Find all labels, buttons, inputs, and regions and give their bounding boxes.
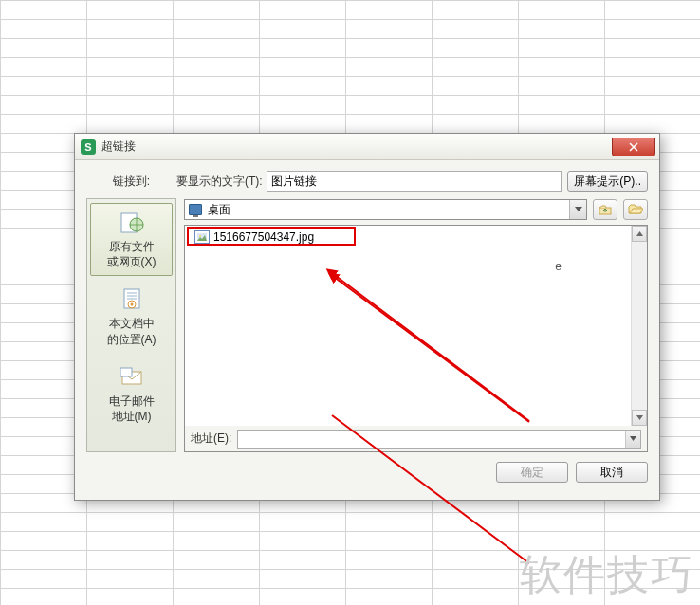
display-text-label: 要显示的文字(T): [176,174,263,190]
svg-point-9 [199,235,201,237]
close-icon [629,142,638,152]
watermark-text: 软件技巧 [520,547,694,603]
link-to-label: 链接到: [86,174,176,190]
desktop-icon [189,204,202,215]
chevron-up-icon [636,231,643,236]
scroll-up-button[interactable] [632,226,647,242]
app-icon: S [81,139,96,155]
svg-rect-6 [120,368,132,376]
scroll-down-button[interactable] [632,410,647,426]
look-in-dropdown[interactable]: 桌面 [184,199,587,220]
stray-text: e [555,260,562,273]
globe-page-icon [117,210,147,236]
envelope-icon [117,364,147,391]
folder-open-icon [628,204,643,215]
middle-area: 原有文件 或网页(X) 本文档中 的位置(A) 电子邮件 地址(M) [86,198,648,452]
linkto-place-in-doc-label: 本文档中 的位置(A) [107,317,157,345]
dialog-buttons: 确定 取消 [86,462,648,483]
titlebar[interactable]: S 超链接 [75,134,659,160]
top-row: 链接到: 要显示的文字(T): 屏幕提示(P).. [86,170,648,192]
document-target-icon [117,286,147,313]
linkto-existing-file-label: 原有文件 或网页(X) [107,240,157,268]
location-row: 桌面 [184,198,648,221]
hyperlink-dialog: S 超链接 链接到: 要显示的文字(T): 屏幕提示(P).. 原有文件 或网页… [74,133,660,501]
dialog-title: 超链接 [101,138,136,155]
dialog-body: 链接到: 要显示的文字(T): 屏幕提示(P).. 原有文件 或网页(X) 本 [75,160,659,500]
up-one-level-button[interactable] [593,199,617,220]
screen-tip-button[interactable]: 屏幕提示(P).. [567,171,648,192]
svg-point-4 [130,303,133,306]
chevron-down-icon [575,207,582,212]
file-list-pane[interactable]: 1516677504347.jpg e [184,225,648,426]
link-to-panel: 原有文件 或网页(X) 本文档中 的位置(A) 电子邮件 地址(M) [86,198,176,452]
linkto-place-in-doc[interactable]: 本文档中 的位置(A) [90,280,173,353]
look-in-value: 桌面 [208,202,230,218]
linkto-email[interactable]: 电子邮件 地址(M) [90,358,173,431]
chevron-down-icon [636,415,643,420]
file-item[interactable]: 1516677504347.jpg [191,229,318,245]
address-row: 地址(E): [184,426,648,452]
close-button[interactable] [612,138,655,156]
dropdown-chevron[interactable] [569,200,586,219]
folder-up-icon [599,204,612,215]
ok-button[interactable]: 确定 [496,462,568,483]
address-label: 地址(E): [191,431,231,447]
cancel-button[interactable]: 取消 [576,462,648,483]
address-dropdown-button[interactable] [625,431,640,448]
address-input[interactable] [238,431,625,448]
browse-button[interactable] [623,199,648,220]
linkto-email-label: 电子邮件 地址(M) [109,394,155,423]
address-combo[interactable] [237,430,641,449]
chevron-down-icon [630,436,636,441]
display-text-input[interactable] [267,171,562,192]
linkto-existing-file[interactable]: 原有文件 或网页(X) [90,203,173,276]
file-list-scrollbar[interactable] [631,226,647,426]
file-item-name: 1516677504347.jpg [213,230,314,244]
right-panel: 桌面 [184,198,648,452]
image-file-icon [194,230,210,244]
